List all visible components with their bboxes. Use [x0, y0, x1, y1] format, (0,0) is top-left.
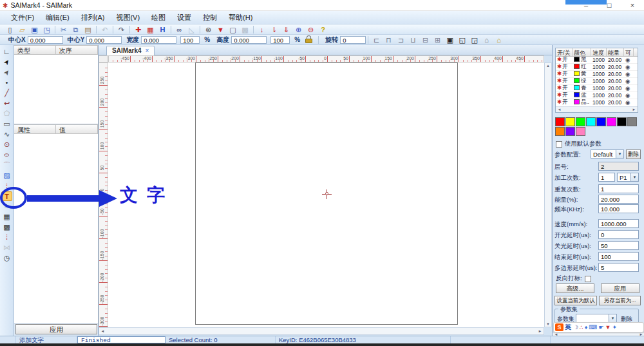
save-all-icon[interactable]: ◳: [41, 25, 52, 34]
layer-table-header-1[interactable]: 颜色: [573, 48, 591, 56]
aspect-lock-icon[interactable]: [305, 35, 314, 44]
config-dropdown[interactable]: Default▼: [591, 149, 624, 159]
width-percent-input[interactable]: 100: [180, 36, 200, 44]
direct-select-tool[interactable]: ➤: [1, 68, 12, 77]
paste-icon[interactable]: ▤: [82, 25, 93, 34]
polyline-tool[interactable]: ↩: [1, 99, 12, 108]
laser-on-delay-input[interactable]: 0: [598, 230, 639, 239]
polygon-delay-input[interactable]: 5: [598, 263, 639, 272]
redo-icon[interactable]: ↷: [116, 25, 127, 34]
document-tab[interactable]: SAIMark4×: [106, 46, 155, 55]
keyboard-icon[interactable]: ⌨: [589, 324, 597, 331]
canvas-horizontal-scrollbar[interactable]: ◄ ►: [99, 327, 544, 335]
energy-input[interactable]: 20.000: [598, 195, 639, 204]
red-light-preview-icon[interactable]: ⇂: [269, 25, 279, 34]
view-window-icon[interactable]: ▢: [227, 25, 238, 34]
scroll-right-icon[interactable]: ►: [536, 329, 544, 333]
tab-close-icon[interactable]: ×: [146, 47, 149, 54]
new-file-icon[interactable]: ▯: [5, 25, 15, 34]
hatch-fill-icon[interactable]: H: [157, 25, 168, 34]
barcode-tool[interactable]: ▦: [1, 212, 12, 222]
palette-swatch-7[interactable]: [627, 117, 637, 126]
reverse-mark-checkbox[interactable]: [585, 276, 591, 282]
group-icon[interactable]: ▣: [444, 35, 455, 44]
palette-swatch-9[interactable]: [565, 127, 575, 136]
layer-row[interactable]: ✱开品..100020.00◉: [556, 99, 638, 105]
laser-off-delay-input[interactable]: 50: [598, 241, 639, 250]
node-edit-tool[interactable]: ∟: [1, 47, 12, 57]
curve-tool[interactable]: ∿: [1, 130, 12, 139]
ellipse-tool[interactable]: ⊙: [1, 150, 12, 160]
menu-item-0[interactable]: 文件(F): [5, 12, 40, 24]
skin-icon[interactable]: ▼: [605, 324, 611, 331]
arc-tool[interactable]: ⌒: [1, 160, 12, 170]
zoom-in-icon[interactable]: ⊕: [293, 25, 304, 34]
end-delay-input[interactable]: 100: [598, 252, 639, 261]
palette-swatch-1[interactable]: [565, 117, 575, 126]
layer-table-header-0[interactable]: 开/关: [556, 48, 573, 56]
menu-item-7[interactable]: 帮助(H): [223, 12, 258, 24]
layer-table-header-2[interactable]: 速度: [591, 48, 607, 56]
menu-item-4[interactable]: 绘图: [146, 12, 171, 24]
io-signal-tool[interactable]: ⁞: [1, 233, 12, 242]
expression-icon[interactable]: ∴: [580, 324, 583, 331]
delay-timer-tool[interactable]: ◷: [1, 253, 12, 263]
point-tool[interactable]: •: [1, 78, 12, 88]
layer-table-hscrollbar[interactable]: ◄ ►: [556, 106, 638, 112]
toolbox-icon[interactable]: ✦: [612, 324, 617, 331]
open-file-icon[interactable]: ▱: [17, 25, 28, 34]
order-column-header[interactable]: 次序: [56, 45, 98, 55]
palette-swatch-8[interactable]: [555, 127, 565, 136]
height-input[interactable]: 0.000: [231, 36, 267, 44]
palette-swatch-0[interactable]: [555, 117, 565, 126]
layer-scroll-left-icon[interactable]: ◄: [556, 108, 563, 111]
palette-swatch-6[interactable]: [617, 117, 627, 126]
cut-icon[interactable]: ✂: [58, 25, 69, 34]
copy-icon[interactable]: ⧉: [70, 25, 81, 34]
image-tool[interactable]: ▨: [1, 171, 12, 180]
height-percent-input[interactable]: 100: [270, 36, 290, 44]
repeat-count-input[interactable]: 1: [598, 184, 639, 193]
palette-swatch-3[interactable]: [586, 117, 596, 126]
ungroup-icon[interactable]: ◱: [457, 35, 468, 44]
maximize-button[interactable]: □: [598, 0, 621, 11]
save-current-as-button[interactable]: 另存当前为...: [599, 296, 641, 305]
paramset-dropdown[interactable]: ▼: [576, 314, 617, 323]
close-button[interactable]: ×: [621, 0, 644, 11]
center-y-input[interactable]: 0.000: [86, 36, 122, 44]
line-tool[interactable]: ╱: [1, 88, 12, 98]
width-input[interactable]: 0.000: [141, 36, 176, 44]
mark-parameters-icon[interactable]: ✚: [133, 25, 144, 34]
voice-icon[interactable]: ♦: [585, 324, 588, 331]
menu-item-6[interactable]: 控制: [197, 12, 223, 24]
palette-swatch-2[interactable]: [576, 117, 585, 126]
menu-item-3[interactable]: 视图(V): [110, 12, 146, 24]
scroll-down-icon[interactable]: ▼: [545, 322, 551, 326]
preview-glasses-icon[interactable]: ∞: [174, 25, 185, 34]
value-column-header[interactable]: 值: [56, 124, 98, 134]
night-mode-icon[interactable]: ☽: [573, 324, 578, 331]
minimize-button[interactable]: –: [574, 0, 598, 11]
unlock-icon[interactable]: ⌂: [493, 35, 504, 44]
palette-swatch-5[interactable]: [607, 117, 616, 126]
property-list[interactable]: [14, 134, 98, 324]
red-dot-grid-icon[interactable]: ▦: [145, 25, 156, 34]
advanced-button[interactable]: 高级...: [556, 284, 594, 293]
select-tool[interactable]: ➤: [1, 57, 12, 67]
process-times-input[interactable]: 1: [598, 173, 615, 182]
layer-table-header-3[interactable]: 能量: [607, 48, 624, 56]
pen-dropdown-arrow[interactable]: ▼: [630, 173, 638, 181]
type-column-header[interactable]: 类型: [14, 45, 56, 55]
center-x-input[interactable]: 0.000: [28, 36, 63, 44]
scroll-left-icon[interactable]: ◄: [99, 329, 106, 333]
lock-icon[interactable]: ⌂: [481, 35, 492, 44]
layer-scroll-right-icon[interactable]: ►: [630, 108, 638, 111]
polygon-tool[interactable]: ⬠: [1, 109, 12, 119]
zoom-out-icon[interactable]: ⊖: [305, 25, 316, 34]
ime-language-toggle[interactable]: 英: [565, 323, 571, 332]
drawing-canvas[interactable]: [108, 62, 544, 327]
menu-item-5[interactable]: 设置: [171, 12, 197, 24]
handwriting-icon[interactable]: ☛: [598, 324, 603, 331]
apply-button[interactable]: 应用: [601, 284, 639, 293]
frequency-input[interactable]: 10.000: [598, 204, 639, 213]
